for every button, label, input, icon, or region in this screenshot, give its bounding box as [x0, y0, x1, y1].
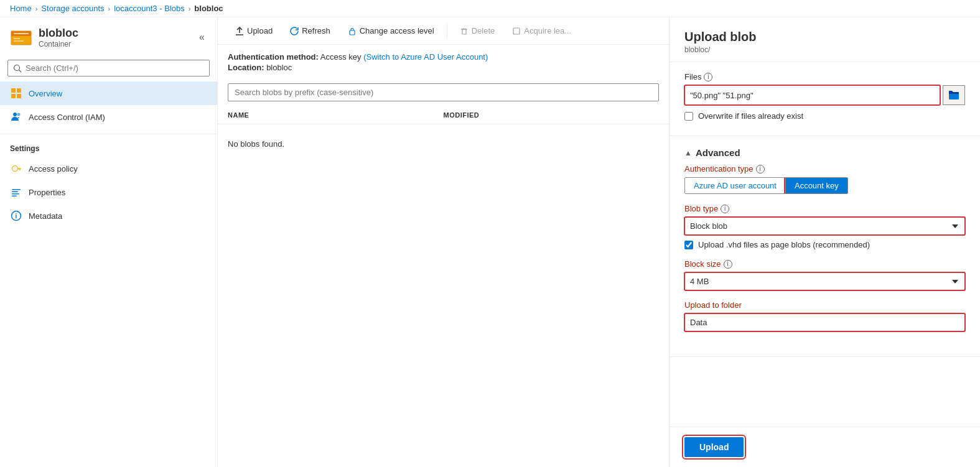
- auth-method-val: Access key: [320, 52, 362, 62]
- acquire-button[interactable]: Acquire lea...: [505, 22, 579, 39]
- block-size-label: Block size i: [684, 259, 965, 269]
- change-access-button-label: Change access level: [360, 26, 434, 35]
- auth-info: Authentication method: Access key (Switc…: [218, 45, 669, 78]
- sidebar-item-properties-label: Properties: [29, 188, 65, 197]
- svg-rect-17: [12, 193, 19, 195]
- svg-rect-4: [14, 40, 24, 42]
- container-icon: [10, 26, 32, 49]
- vhd-label: Upload .vhd files as page blobs (recomme…: [698, 240, 870, 249]
- delete-button[interactable]: Delete: [452, 22, 503, 39]
- refresh-button[interactable]: Refresh: [282, 22, 338, 39]
- sidebar-item-access-policy[interactable]: Access policy: [0, 157, 217, 180]
- auth-location-label: Location:: [228, 63, 264, 72]
- properties-icon: [10, 186, 22, 198]
- table-header-name: NAME: [228, 111, 444, 119]
- auth-type-label: Authentication type i: [684, 164, 965, 173]
- advanced-section: ▲ Advanced Authentication type i Azure A…: [670, 141, 980, 351]
- svg-rect-2: [14, 33, 29, 34]
- auth-location-val: blobloc: [266, 63, 292, 72]
- overwrite-label: Overwrite if files already exist: [698, 111, 803, 121]
- sidebar-search-input[interactable]: [7, 60, 210, 76]
- breadcrumb-sep-3: ›: [189, 5, 191, 12]
- block-size-select[interactable]: 4 MB 8 MB 16 MB 32 MB 64 MB 100 MB: [684, 272, 965, 290]
- sidebar: blobloc Container « Overview Access Cont…: [0, 17, 218, 467]
- svg-rect-27: [513, 28, 520, 34]
- upload-folder-input[interactable]: [684, 313, 965, 331]
- advanced-title: Advanced: [696, 147, 740, 158]
- upload-button-label: Upload: [247, 26, 273, 35]
- acquire-icon: [512, 27, 521, 35]
- blob-search-input[interactable]: [228, 83, 659, 101]
- svg-rect-8: [17, 94, 21, 98]
- auth-location-row: Location: blobloc: [228, 63, 659, 72]
- sidebar-title: blobloc: [39, 27, 78, 40]
- upload-submit-button[interactable]: Upload: [684, 437, 744, 457]
- svg-rect-15: [12, 189, 21, 190]
- vhd-checkbox[interactable]: [684, 241, 693, 249]
- lock-icon: [348, 27, 357, 35]
- overwrite-checkbox-row: Overwrite if files already exist: [684, 111, 965, 121]
- breadcrumb-current: blobloc: [194, 4, 223, 13]
- sidebar-search-container: [0, 55, 217, 81]
- table-header-modified: MODIFIED: [444, 111, 660, 119]
- toolbar-separator: [447, 24, 447, 39]
- svg-rect-18: [12, 196, 17, 197]
- overwrite-checkbox[interactable]: [684, 112, 693, 121]
- files-info-icon[interactable]: i: [704, 73, 712, 81]
- files-browse-button[interactable]: [943, 85, 965, 105]
- blob-type-field: Blob type i Block blob Page blob Append …: [684, 204, 965, 249]
- sidebar-item-overview[interactable]: Overview: [0, 81, 217, 105]
- svg-rect-3: [14, 38, 20, 39]
- svg-text:i: i: [16, 213, 17, 220]
- table-header: NAME MODIFIED: [218, 106, 669, 124]
- auth-type-account-key-button[interactable]: Account key: [786, 178, 847, 193]
- sidebar-item-iam[interactable]: Access Control (IAM): [0, 105, 217, 129]
- advanced-header[interactable]: ▲ Advanced: [684, 141, 965, 164]
- files-input-row: [684, 85, 965, 105]
- sidebar-item-metadata[interactable]: i Metadata: [0, 204, 217, 228]
- vhd-checkbox-row: Upload .vhd files as page blobs (recomme…: [684, 240, 965, 249]
- acquire-button-label: Acquire lea...: [524, 26, 571, 35]
- blob-type-info-icon[interactable]: i: [721, 205, 729, 213]
- upload-button[interactable]: Upload: [228, 22, 280, 39]
- auth-switch-link[interactable]: (Switch to Azure AD User Account): [363, 52, 488, 62]
- upload-footer: Upload: [670, 427, 980, 467]
- auth-type-azure-ad-button[interactable]: Azure AD user account: [685, 178, 786, 193]
- breadcrumb-blobs[interactable]: locaccount3 - Blobs: [114, 4, 184, 13]
- svg-point-11: [12, 166, 18, 172]
- sidebar-collapse-button[interactable]: «: [197, 29, 207, 45]
- block-size-info-icon[interactable]: i: [724, 260, 732, 269]
- overview-icon: [10, 87, 22, 99]
- upload-panel-title: Upload blob: [684, 30, 965, 44]
- breadcrumb-home[interactable]: Home: [10, 4, 32, 13]
- svg-rect-7: [11, 94, 16, 98]
- svg-rect-16: [12, 192, 18, 193]
- delete-button-label: Delete: [472, 26, 495, 35]
- files-input[interactable]: [684, 85, 940, 105]
- blob-type-label: Blob type i: [684, 204, 965, 213]
- sidebar-item-metadata-label: Metadata: [29, 211, 62, 221]
- metadata-icon: i: [10, 210, 22, 222]
- svg-rect-24: [462, 29, 466, 34]
- sidebar-item-properties[interactable]: Properties: [0, 180, 217, 204]
- blob-search-container: [218, 78, 669, 106]
- upload-files-section: Files i Overwrite if files already exist: [670, 62, 980, 131]
- breadcrumb-storage-accounts[interactable]: Storage accounts: [41, 4, 104, 13]
- auth-method-row: Authentication method: Access key (Switc…: [228, 52, 659, 62]
- delete-icon: [460, 27, 469, 35]
- settings-section-title: Settings: [0, 134, 217, 157]
- svg-rect-5: [11, 88, 16, 93]
- blob-type-select[interactable]: Block blob Page blob Append blob: [684, 217, 965, 235]
- sidebar-item-access-policy-label: Access policy: [29, 164, 78, 173]
- change-access-button[interactable]: Change access level: [340, 22, 442, 39]
- upload-panel: Upload blob blobloc/ Files i Overwrite i…: [669, 17, 980, 467]
- sidebar-title-block: blobloc Container: [39, 27, 78, 49]
- auth-type-info-icon[interactable]: i: [756, 165, 765, 173]
- content-area: Upload Refresh Change access level Delet…: [218, 17, 669, 467]
- sidebar-nav: Overview Access Control (IAM) Settings A…: [0, 81, 217, 467]
- auth-method-label: Authentication method:: [228, 52, 319, 62]
- block-size-field: Block size i 4 MB 8 MB 16 MB 32 MB 64 MB…: [684, 259, 965, 290]
- footer-divider: [670, 356, 980, 357]
- auth-type-toggle: Azure AD user account Account key: [684, 177, 848, 194]
- breadcrumb: Home › Storage accounts › locaccount3 - …: [0, 0, 980, 17]
